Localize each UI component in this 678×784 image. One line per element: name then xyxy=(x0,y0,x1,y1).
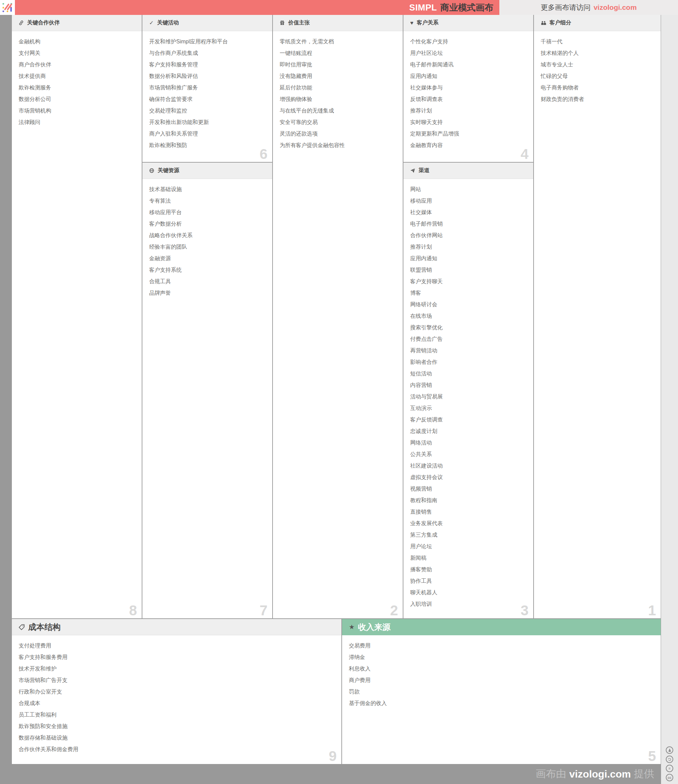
paper-plane-icon xyxy=(410,168,415,173)
section-title: 关键合作伙伴 xyxy=(27,19,60,26)
list-item: 影响者合作 xyxy=(410,356,527,368)
section-value-propositions: 价值主张 零纸质文件，无需文档一键结账流程即时信用审批没有隐藏费用延后付款功能增… xyxy=(273,15,403,618)
list-item: 商户费用 xyxy=(349,675,654,686)
star-icon: ★ xyxy=(349,624,355,630)
section-number: 8 xyxy=(129,603,137,618)
list-item: 欺诈预防和安全措施 xyxy=(19,721,335,732)
list-item: 数据存储和基础设施 xyxy=(19,732,335,744)
vizologi-logo-icon xyxy=(2,2,14,14)
section-number: 3 xyxy=(521,603,528,618)
list-item: 与在线平台的无缝集成 xyxy=(280,105,396,117)
cc-sa-icon xyxy=(666,756,673,763)
list-item: 定期更新和产品增强 xyxy=(410,128,527,140)
list-item: 支付处理费用 xyxy=(19,640,335,652)
cost-structure-list: 支付处理费用客户支持和服务费用技术开发和维护市场营销和广告开支行政和办公室开支合… xyxy=(12,635,341,755)
list-item: 金融机构 xyxy=(19,36,135,47)
list-item: 欺诈检测服务 xyxy=(19,82,135,93)
list-item: 在线市场 xyxy=(410,310,527,322)
list-item: 专有算法 xyxy=(149,195,265,207)
section-title: 渠道 xyxy=(419,167,430,174)
list-item: 社区建设活动 xyxy=(410,460,527,471)
list-item: 合作伙伴关系和佣金费用 xyxy=(19,744,335,755)
list-item: 联盟营销 xyxy=(410,264,527,276)
list-item: 个性化客户支持 xyxy=(410,36,527,47)
list-item: 短信活动 xyxy=(410,368,527,380)
vizologi-link-footer[interactable]: vizologi.com xyxy=(569,768,631,780)
list-item: 金融资源 xyxy=(149,253,265,264)
section-key-resources: 关键资源 技术基础设施专有算法移动应用平台客户数据分析战略合作伙伴关系经验丰富的… xyxy=(142,163,272,618)
section-revenue-streams: ★ 收入来源 交易费用滞纳金利息收入商户费用罚款基于佣金的收入 5 xyxy=(342,619,661,764)
list-item: 第三方集成 xyxy=(410,529,527,541)
list-item: 用户论坛 xyxy=(410,541,527,552)
key-resources-list: 技术基础设施专有算法移动应用平台客户数据分析战略合作伙伴关系经验丰富的团队金融资… xyxy=(142,179,272,299)
creative-commons-icons: = cc xyxy=(666,747,673,781)
right-margin-strip: DESIGNED BY: Business Model Foundry AG T… xyxy=(661,15,678,784)
more-canvases-text: 更多画布请访问 xyxy=(541,3,591,12)
list-item: 活动与贸易展 xyxy=(410,391,527,403)
list-item: 与合作商户系统集成 xyxy=(149,47,265,59)
cc-by-icon xyxy=(666,747,673,754)
section-number: 2 xyxy=(390,603,398,618)
section-title: 价值主张 xyxy=(288,19,310,26)
list-item: 灵活的还款选项 xyxy=(280,128,396,140)
more-canvases-note: 更多画布请访问 vizologi.com xyxy=(499,0,678,15)
section-channels: 渠道 网站移动应用社交媒体电子邮件营销合作伙伴网站推荐计划应用内通知联盟营销客户… xyxy=(404,163,533,618)
section-customer-relationships: ♥ 客户关系 个性化客户支持用户社区论坛电子邮件新闻通讯应用内通知社交媒体参与反… xyxy=(404,15,533,162)
list-item: 再营销活动 xyxy=(410,345,527,356)
list-item: 战略合作伙伴关系 xyxy=(149,230,265,241)
list-item: 支付网关 xyxy=(19,47,135,59)
list-item: 员工工资和福利 xyxy=(19,709,335,721)
list-item: 技术开发和维护 xyxy=(19,663,335,675)
list-item: 客户反馈调查 xyxy=(410,414,527,426)
list-item: 业务发展代表 xyxy=(410,518,527,529)
list-item: 推荐计划 xyxy=(410,105,527,117)
list-item: 滞纳金 xyxy=(349,652,654,663)
list-item: 聊天机器人 xyxy=(410,587,527,598)
list-item: 电子邮件新闻通讯 xyxy=(410,59,527,70)
list-item: 行政和办公室开支 xyxy=(19,686,335,698)
list-item: 播客赞助 xyxy=(410,564,527,575)
section-number: 4 xyxy=(521,146,528,162)
list-item: 数据分析公司 xyxy=(19,93,135,105)
key-activities-header: ✓ 关键活动 xyxy=(142,15,272,31)
vizologi-logo[interactable] xyxy=(0,0,15,15)
footer-bar: 画布由 vizologi.com 提供 xyxy=(0,764,661,784)
list-item: 网站 xyxy=(410,184,527,195)
list-item: 罚款 xyxy=(349,686,654,698)
list-item: 基于佣金的收入 xyxy=(349,698,654,709)
cost-structure-header: 成本结构 xyxy=(12,619,341,635)
channels-list: 网站移动应用社交媒体电子邮件营销合作伙伴网站推荐计划应用内通知联盟营销客户支持聊… xyxy=(404,179,533,610)
list-item: 一键结账流程 xyxy=(280,47,396,59)
revenue-streams-header: ★ 收入来源 xyxy=(342,619,661,635)
customer-relationships-list: 个性化客户支持用户社区论坛电子邮件新闻通讯应用内通知社交媒体参与反馈和调查表推荐… xyxy=(404,31,533,151)
list-item: 移动应用 xyxy=(410,195,527,207)
tag-icon xyxy=(19,624,25,630)
list-item: 教程和指南 xyxy=(410,495,527,506)
section-number: 1 xyxy=(648,603,656,618)
list-item: 社交媒体 xyxy=(410,207,527,218)
vizologi-link-top[interactable]: vizologi.com xyxy=(594,3,637,11)
list-item: 社交媒体参与 xyxy=(410,82,527,93)
value-propositions-header: 价值主张 xyxy=(273,15,403,31)
section-key-partners: 关键合作伙伴 金融机构支付网关商户合作伙伴技术提供商欺诈检测服务数据分析公司市场… xyxy=(12,15,142,618)
list-item: 市场营销机构 xyxy=(19,105,135,117)
list-item: 确保符合监管要求 xyxy=(149,93,265,105)
list-item: 应用内通知 xyxy=(410,70,527,82)
check-icon: ✓ xyxy=(149,20,154,26)
key-partners-list: 金融机构支付网关商户合作伙伴技术提供商欺诈检测服务数据分析公司市场营销机构法律顾… xyxy=(12,31,142,128)
heart-icon: ♥ xyxy=(410,20,414,26)
key-resources-header: 关键资源 xyxy=(142,163,272,179)
list-item: 技术精湛的个人 xyxy=(541,47,654,59)
list-item: 网络研讨会 xyxy=(410,299,527,310)
customer-segments-header: 客户细分 xyxy=(534,15,661,31)
list-item: 反馈和调查表 xyxy=(410,93,527,105)
list-item: 增强购物体验 xyxy=(280,93,396,105)
section-title: 成本结构 xyxy=(28,622,61,633)
list-item: 合作伙伴网站 xyxy=(410,230,527,241)
list-item: 忠诚度计划 xyxy=(410,426,527,437)
section-number: 5 xyxy=(648,748,656,764)
list-item: 客户支持和服务管理 xyxy=(149,59,265,70)
list-item: 千禧一代 xyxy=(541,36,654,47)
list-item: 合规工具 xyxy=(149,276,265,287)
list-item: 商户入驻和关系管理 xyxy=(149,128,265,140)
